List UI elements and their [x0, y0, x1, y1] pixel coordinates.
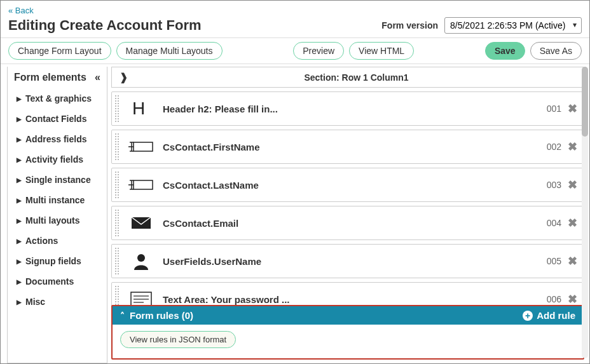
- field-label: Text Area: Your password ...: [163, 294, 547, 305]
- rules-collapse-icon[interactable]: ˄: [120, 311, 125, 321]
- textbox-icon: [128, 175, 154, 195]
- chevron-right-icon: ▶: [17, 278, 22, 285]
- sidebar-item-label: Documents: [25, 276, 74, 286]
- page-title: Editing Create Account Form: [8, 17, 202, 34]
- svg-rect-3: [134, 180, 153, 189]
- sidebar-item-label: Misc: [25, 297, 45, 307]
- chevron-right-icon: ▶: [17, 258, 22, 265]
- back-link[interactable]: « Back: [8, 6, 34, 15]
- header-icon: H: [128, 98, 154, 119]
- sidebar-item-label: Address fields: [25, 134, 86, 144]
- form-rules-title: Form rules (0): [130, 310, 193, 321]
- field-label: UserFields.UserName: [163, 256, 547, 267]
- chevron-right-icon: ▶: [17, 299, 22, 306]
- svg-point-6: [137, 254, 145, 262]
- form-field-row[interactable]: CsContact.LastName003✖: [111, 168, 586, 202]
- sidebar-item[interactable]: ▶Activity fields: [8, 149, 107, 170]
- delete-field-icon[interactable]: ✖: [568, 216, 577, 230]
- sidebar-item[interactable]: ▶Multi instance: [8, 190, 107, 210]
- form-field-row[interactable]: HHeader h2: Please fill in...001✖: [111, 91, 586, 126]
- field-number: 001: [547, 104, 561, 114]
- sidebar-item[interactable]: ▶Signup fields: [8, 251, 107, 271]
- form-elements-sidebar: Form elements « ▶Text & graphics▶Contact…: [7, 67, 107, 363]
- sidebar-item[interactable]: ▶Multi layouts: [8, 210, 107, 231]
- field-number: 006: [547, 294, 561, 304]
- chevron-right-icon: ▶: [17, 136, 22, 143]
- form-version-select[interactable]: 8/5/2021 2:26:53 PM (Active): [444, 17, 582, 34]
- field-number: 004: [547, 218, 561, 228]
- view-rules-json-button[interactable]: View rules in JSON format: [120, 331, 236, 348]
- chevron-right-icon: ▶: [17, 156, 22, 163]
- chevron-right-icon: ▶: [17, 116, 22, 123]
- field-number: 005: [547, 256, 561, 266]
- sidebar-collapse-icon[interactable]: «: [95, 72, 100, 83]
- sidebar-item-label: Contact Fields: [25, 114, 86, 124]
- field-number: 003: [547, 180, 561, 190]
- chevron-right-icon: ▶: [17, 177, 22, 184]
- form-version-label: Form version: [381, 20, 438, 30]
- section-header: ❱ Section: Row 1 Column1: [111, 67, 586, 88]
- sidebar-item-label: Actions: [25, 236, 58, 246]
- sidebar-item[interactable]: ▶Contact Fields: [8, 109, 107, 129]
- form-field-row[interactable]: CsContact.Email004✖: [111, 206, 586, 240]
- field-number: 002: [547, 142, 561, 152]
- sidebar-item[interactable]: ▶Single instance: [8, 170, 107, 190]
- sidebar-title: Form elements: [14, 72, 86, 83]
- delete-field-icon[interactable]: ✖: [568, 254, 577, 268]
- sidebar-item-label: Text & graphics: [25, 93, 92, 104]
- user-icon: [128, 251, 154, 271]
- sidebar-item[interactable]: ▶Address fields: [8, 129, 107, 149]
- chevron-right-icon: ▶: [17, 238, 22, 245]
- view-html-button[interactable]: View HTML: [349, 42, 414, 60]
- sidebar-item[interactable]: ▶Documents: [8, 271, 107, 292]
- sidebar-item-label: Signup fields: [25, 256, 81, 266]
- form-rules-panel: ˄ Form rules (0) + Add rule View rules i…: [111, 305, 584, 360]
- scrollbar-track[interactable]: [582, 67, 588, 358]
- svg-rect-1: [134, 142, 153, 151]
- sidebar-item-label: Multi instance: [25, 195, 85, 205]
- save-as-button[interactable]: Save As: [530, 42, 582, 60]
- form-field-row[interactable]: UserFields.UserName005✖: [111, 244, 586, 278]
- sidebar-item-label: Single instance: [25, 175, 91, 185]
- field-label: CsContact.FirstName: [163, 142, 547, 152]
- sidebar-item[interactable]: ▶Actions: [8, 231, 107, 251]
- add-rule-button[interactable]: + Add rule: [523, 310, 575, 321]
- delete-field-icon[interactable]: ✖: [568, 292, 577, 306]
- preview-button[interactable]: Preview: [293, 42, 344, 60]
- delete-field-icon[interactable]: ✖: [568, 102, 577, 116]
- email-icon: [128, 213, 154, 233]
- sidebar-item-label: Activity fields: [25, 154, 83, 165]
- delete-field-icon[interactable]: ✖: [568, 140, 577, 154]
- toolbar: Change Form Layout Manage Multi Layouts …: [1, 37, 589, 64]
- svg-text:H: H: [132, 99, 145, 118]
- section-collapse-icon[interactable]: ❱: [120, 71, 128, 83]
- change-form-layout-button[interactable]: Change Form Layout: [8, 42, 111, 60]
- chevron-right-icon: ▶: [17, 217, 22, 224]
- field-label: CsContact.LastName: [163, 180, 547, 191]
- chevron-right-icon: ▶: [17, 95, 22, 102]
- section-title: Section: Row 1 Column1: [135, 72, 577, 83]
- form-field-row[interactable]: CsContact.FirstName002✖: [111, 130, 586, 164]
- sidebar-item-label: Multi layouts: [25, 215, 80, 226]
- delete-field-icon[interactable]: ✖: [568, 178, 577, 192]
- add-rule-label: Add rule: [537, 310, 575, 321]
- field-label: Header h2: Please fill in...: [163, 104, 547, 114]
- chevron-right-icon: ▶: [17, 197, 22, 204]
- plus-icon: +: [523, 311, 533, 321]
- scrollbar-thumb[interactable]: [582, 67, 588, 137]
- textbox-icon: [128, 137, 154, 157]
- manage-multi-layouts-button[interactable]: Manage Multi Layouts: [116, 42, 223, 60]
- sidebar-item[interactable]: ▶Misc: [8, 292, 107, 312]
- sidebar-item[interactable]: ▶Text & graphics: [8, 88, 107, 109]
- save-button[interactable]: Save: [485, 42, 525, 60]
- field-label: CsContact.Email: [163, 218, 547, 229]
